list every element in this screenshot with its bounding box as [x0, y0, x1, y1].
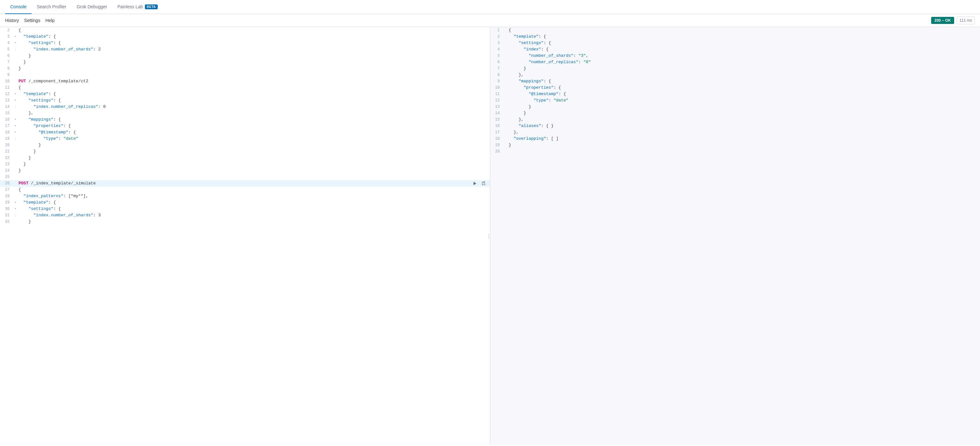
line-number: 16: [0, 116, 13, 123]
line-content: }: [17, 59, 490, 65]
editor-line: 17▾ "properties": {: [0, 123, 490, 129]
line-content: "template": {: [17, 199, 490, 206]
tab-console[interactable]: Console: [5, 0, 32, 14]
output-line: 18 "overlapping": [ ]: [490, 136, 980, 142]
code-editor[interactable]: 2{3▾ "template": {4▾ "settings": {5│ "in…: [0, 27, 490, 445]
editor-line: 12▾ "template": {: [0, 91, 490, 97]
editor-line: 8}: [0, 65, 490, 72]
line-content: "settings": {: [17, 206, 490, 212]
output-line-number: 2: [490, 33, 504, 40]
line-number: 20: [0, 142, 13, 148]
output-line: 16 "aliases": { }: [490, 123, 980, 129]
output-content: "mappings": {: [508, 78, 980, 84]
resize-handle[interactable]: ⋮: [487, 27, 490, 445]
editor-line: 9: [0, 72, 490, 78]
output-code[interactable]: 1{2 "template": {3 "settings": {4 "index…: [490, 27, 980, 445]
line-number: 19: [0, 136, 13, 142]
line-gutter[interactable]: ▾: [13, 91, 17, 97]
line-number: 17: [0, 123, 13, 129]
editor-line: 7 }: [0, 59, 490, 65]
editor-line: 15 },: [0, 110, 490, 116]
line-number: 32: [0, 219, 13, 225]
editor-line: 13▾ "settings": {: [0, 97, 490, 104]
editor-line: 16▾ "mappings": {: [0, 116, 490, 123]
line-number: 22: [0, 155, 13, 161]
output-line: 7 }: [490, 65, 980, 72]
line-gutter: │: [13, 212, 17, 219]
line-gutter[interactable]: ▾: [13, 129, 17, 136]
output-content: }: [508, 104, 980, 110]
editor-line: 11{: [0, 84, 490, 91]
output-content: }: [508, 110, 980, 116]
output-line: 11 "@timestamp": {: [490, 91, 980, 97]
output-line-number: 10: [490, 84, 504, 91]
line-content: "mappings": {: [17, 116, 490, 123]
svg-marker-0: [473, 182, 476, 185]
line-gutter[interactable]: ▾: [13, 206, 17, 212]
line-gutter[interactable]: ▾: [13, 40, 17, 46]
line-number: 30: [0, 206, 13, 212]
line-content: {: [17, 27, 490, 33]
history-link[interactable]: History: [5, 18, 19, 23]
line-content: "settings": {: [17, 97, 490, 104]
line-number: 3: [0, 33, 13, 40]
output-line-number: 13: [490, 104, 504, 110]
line-content: "@timestamp": {: [17, 129, 490, 136]
output-line-number: 12: [490, 97, 504, 104]
line-gutter[interactable]: ▾: [13, 33, 17, 40]
line-number: 27: [0, 187, 13, 193]
line-number: 2: [0, 27, 13, 33]
line-content: {: [17, 187, 490, 193]
editor-line: 23 }: [0, 161, 490, 168]
line-content: "template": {: [17, 91, 490, 97]
line-gutter: │: [13, 104, 17, 110]
settings-link[interactable]: Settings: [24, 18, 41, 23]
line-content: POST /_index_template/_simulate: [17, 180, 471, 187]
line-gutter[interactable]: ▾: [13, 199, 17, 206]
output-line-number: 15: [490, 116, 504, 123]
line-number: 28: [0, 193, 13, 199]
main-content: 2{3▾ "template": {4▾ "settings": {5│ "in…: [0, 27, 980, 445]
line-number: 4: [0, 40, 13, 46]
output-panel: 1{2 "template": {3 "settings": {4 "index…: [490, 27, 980, 445]
line-number: 11: [0, 84, 13, 91]
line-gutter[interactable]: ▾: [13, 97, 17, 104]
editor-line: 6 }: [0, 52, 490, 59]
resize-icon: ⋮: [486, 233, 490, 239]
output-line-number: 14: [490, 110, 504, 116]
line-number: 31: [0, 212, 13, 219]
line-gutter: │: [13, 46, 17, 52]
output-line-number: 20: [490, 148, 504, 155]
copy-button[interactable]: [480, 180, 487, 187]
output-content: },: [508, 72, 980, 78]
tab-painless-lab[interactable]: Painless Lab BETA: [112, 0, 163, 14]
line-content: "settings": {: [17, 40, 490, 46]
tab-grok-debugger[interactable]: Grok Debugger: [72, 0, 112, 14]
line-content: "properties": {: [17, 123, 490, 129]
line-gutter[interactable]: ▾: [13, 123, 17, 129]
editor-line: 25: [0, 174, 490, 180]
line-content: "index.number_of_shards": 2: [17, 46, 490, 52]
line-content: "template": {: [17, 33, 490, 40]
help-link[interactable]: Help: [45, 18, 54, 23]
line-number: 8: [0, 65, 13, 72]
tab-search-profiler[interactable]: Search Profiler: [32, 0, 72, 14]
editor-line: 4▾ "settings": {: [0, 40, 490, 46]
line-content: }: [17, 219, 490, 225]
editor-line: 24}: [0, 168, 490, 174]
line-content: }: [17, 65, 490, 72]
output-line-number: 9: [490, 78, 504, 84]
line-content: },: [17, 110, 490, 116]
status-badge: 200 – OK: [931, 17, 954, 24]
line-content: }: [17, 155, 490, 161]
output-line: 3 "settings": {: [490, 40, 980, 46]
output-content: "settings": {: [508, 40, 980, 46]
editor-line: 5│ "index.number_of_shards": 2: [0, 46, 490, 52]
run-button[interactable]: [471, 180, 479, 187]
output-line: 10 "properties": {: [490, 84, 980, 91]
output-content: "overlapping": [ ]: [508, 136, 980, 142]
output-line: 20: [490, 148, 980, 155]
output-line: 4 "index": {: [490, 46, 980, 52]
output-line-number: 5: [490, 52, 504, 59]
line-gutter[interactable]: ▾: [13, 116, 17, 123]
